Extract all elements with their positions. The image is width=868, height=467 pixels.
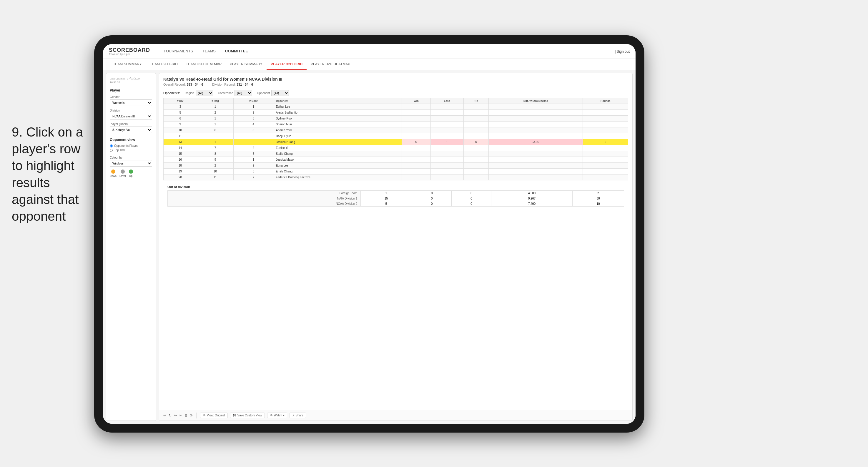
table-cell: Emily Chang: [273, 168, 402, 175]
table-cell: Sharon Mun: [273, 122, 402, 127]
out-division-row[interactable]: NCAA Division 25007.40010: [168, 201, 624, 207]
table-cell: [402, 133, 431, 139]
division-record-label: Division Record:: [212, 83, 236, 86]
table-row[interactable]: 1063Andrea York: [164, 127, 628, 133]
main-content: Last Updated: 27/03/2024 16:55:28 Player…: [103, 70, 636, 424]
table-cell: 4: [233, 145, 273, 151]
player-select[interactable]: 8. Katelyn Vo: [110, 127, 152, 133]
sub-nav-team-h2h-grid[interactable]: TEAM H2H GRID: [146, 59, 182, 70]
sub-nav-team-summary[interactable]: TEAM SUMMARY: [109, 59, 146, 70]
table-row[interactable]: 1822Euna Lee: [164, 163, 628, 168]
col-header-win: Win: [402, 98, 431, 104]
opponent-view: Opponent view Opponents Played Top 100: [110, 138, 152, 152]
gender-select[interactable]: Women's: [110, 99, 152, 106]
nav-committee[interactable]: COMMITTEE: [220, 44, 253, 59]
grid-table-container: # Div # Reg # Conf Opponent Win Loss Tie…: [159, 98, 632, 410]
division-select[interactable]: NCAA Division III: [110, 113, 152, 120]
grid-title: Katelyn Vo Head-to-Head Grid for Women's…: [163, 77, 628, 82]
table-cell: [431, 110, 463, 116]
out-division-cell: 0: [452, 196, 491, 201]
opponent-view-title: Opponent view: [110, 138, 152, 142]
out-division-row[interactable]: Foreign Team1004.5002: [168, 191, 624, 196]
radio-top100[interactable]: Top 100: [110, 149, 152, 152]
table-row[interactable]: 914Sharon Mun: [164, 122, 628, 127]
opponents-filter-label: Opponents:: [163, 91, 180, 95]
opponent-filter-label: Opponent: [257, 92, 270, 95]
opponent-filter: Opponent (All): [257, 90, 289, 96]
col-header-conf: # Conf: [233, 98, 273, 104]
sub-nav-player-h2h-heatmap[interactable]: PLAYER H2H HEATMAP: [307, 59, 354, 70]
gender-label: Gender: [110, 95, 152, 99]
table-row[interactable]: 613Sydney Kuo: [164, 116, 628, 122]
out-division-cell: NAIA Division 1: [168, 196, 361, 201]
table-cell: [431, 127, 463, 133]
legend-up-label: Up: [129, 175, 133, 178]
table-row[interactable]: 20117Federica Domecq Lacroze: [164, 175, 628, 180]
legend: Down Level Up: [110, 169, 152, 178]
table-cell: 4: [233, 122, 273, 127]
out-division-cell: 4.500: [491, 191, 572, 196]
region-select[interactable]: (All): [196, 90, 213, 96]
table-cell: [489, 168, 583, 175]
table-cell: [464, 151, 489, 157]
table-row[interactable]: 11Haeju Hyun: [164, 133, 628, 139]
table-cell: [464, 145, 489, 151]
undo-icon[interactable]: ↩: [163, 413, 166, 417]
tablet-device: SCOREBOARD Powered by clippd TOURNAMENTS…: [94, 35, 644, 433]
radio-opponents-played[interactable]: Opponents Played: [110, 144, 152, 148]
table-cell: [583, 168, 628, 175]
nav-tournaments[interactable]: TOURNAMENTS: [159, 44, 198, 59]
table-cell: [464, 127, 489, 133]
colour-by-select[interactable]: Win/loss: [110, 160, 152, 166]
share-btn[interactable]: ↗ Share: [289, 412, 306, 418]
table-cell: [431, 122, 463, 127]
out-division-cell: 30: [572, 196, 624, 201]
table-cell: 10: [164, 127, 197, 133]
table-row[interactable]: 131Jessica Huang010-3.002: [164, 139, 628, 145]
table-cell: [431, 168, 463, 175]
table-cell: [489, 133, 583, 139]
legend-level-dot: [121, 169, 125, 174]
out-division-cell: 0: [412, 201, 452, 207]
refresh-icon[interactable]: ⟳: [190, 413, 193, 417]
opponent-filter-select[interactable]: (All): [271, 90, 289, 96]
sub-nav-player-h2h-grid[interactable]: PLAYER H2H GRID: [267, 59, 307, 70]
table-cell: 3: [164, 104, 197, 110]
table-row[interactable]: 1585Stella Cheng: [164, 151, 628, 157]
sub-nav-player-summary[interactable]: PLAYER SUMMARY: [226, 59, 267, 70]
division-record-value: 331 - 34 - 6: [237, 83, 253, 86]
copy-icon[interactable]: ⊞: [185, 413, 187, 417]
view-original-btn[interactable]: 👁 View: Original: [200, 412, 228, 418]
division-label: Division: [110, 109, 152, 112]
table-cell: [402, 145, 431, 151]
table-row[interactable]: 1691Jessica Mason: [164, 157, 628, 163]
watch-btn[interactable]: 👁 Watch ▾: [267, 412, 287, 418]
cut-icon[interactable]: ✂: [179, 413, 182, 417]
conference-select[interactable]: (All): [235, 90, 252, 96]
table-cell: 2: [197, 110, 234, 116]
sign-out[interactable]: | Sign out: [615, 50, 630, 54]
save-custom-view-btn[interactable]: 💾 Save Custom View: [230, 412, 265, 418]
table-cell: [431, 116, 463, 122]
out-division-cell: 0: [412, 196, 452, 201]
table-row[interactable]: 19106Emily Chang: [164, 168, 628, 175]
conference-filter: Conference (All): [218, 90, 252, 96]
redo-icon[interactable]: ↻: [168, 413, 172, 417]
table-cell: 15: [164, 151, 197, 157]
table-row[interactable]: 522Alexis Sudjiantio: [164, 110, 628, 116]
sub-nav-team-h2h-heatmap[interactable]: TEAM H2H HEATMAP: [182, 59, 226, 70]
out-division-row[interactable]: NAIA Division 115009.26730: [168, 196, 624, 201]
col-header-tie: Tie: [464, 98, 489, 104]
table-cell: [402, 116, 431, 122]
annotation-text: 9. Click on a player's row to highlight …: [12, 124, 85, 224]
table-cell: 1: [233, 104, 273, 110]
table-row[interactable]: 311Esther Lee: [164, 104, 628, 110]
table-row[interactable]: 1474Eunice Yi: [164, 145, 628, 151]
col-header-rounds: Rounds: [583, 98, 628, 104]
table-cell: [489, 145, 583, 151]
table-cell: [489, 163, 583, 168]
table-cell: [489, 104, 583, 110]
forward-icon[interactable]: ↪: [174, 413, 177, 417]
out-division-cell: 9.267: [491, 196, 572, 201]
nav-teams[interactable]: TEAMS: [198, 44, 220, 59]
